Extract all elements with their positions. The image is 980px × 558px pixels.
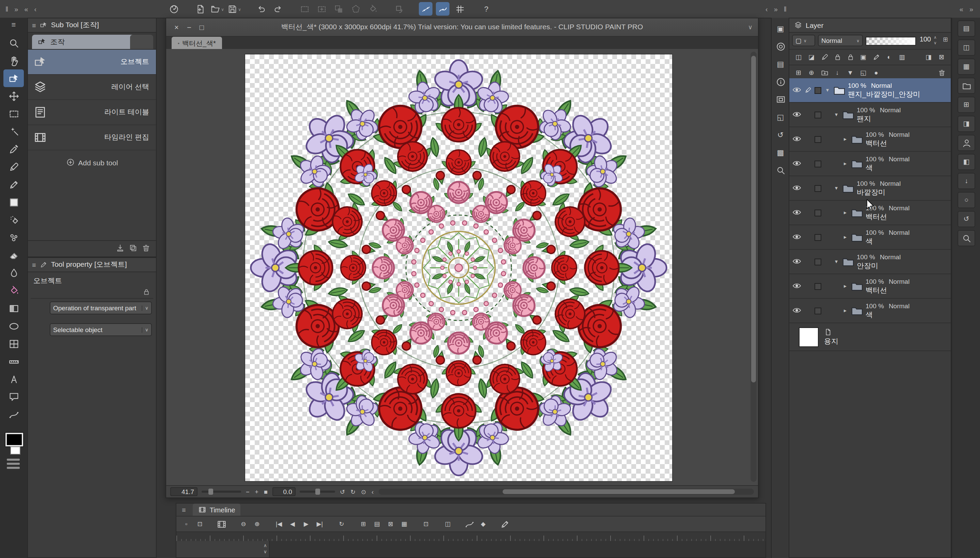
- track-spinner[interactable]: ∧∨: [264, 542, 267, 555]
- add-keyframe-button[interactable]: ◆: [478, 518, 489, 530]
- expand-chevron-icon[interactable]: ▸: [842, 234, 848, 240]
- help-button[interactable]: ?: [479, 2, 493, 16]
- zoom-value-box[interactable]: 41.7: [170, 487, 198, 496]
- panel-toggle-icon[interactable]: ‹: [33, 5, 38, 13]
- layer-row[interactable]: ▸100 %Normal색: [789, 299, 951, 323]
- window-close-button[interactable]: ×: [175, 23, 179, 31]
- expand-chevron-icon[interactable]: ▸: [842, 210, 848, 216]
- pencil-tool[interactable]: [3, 176, 24, 193]
- quick-access-shortcut[interactable]: ▤: [957, 20, 975, 37]
- zoom-out-button[interactable]: −: [245, 488, 250, 495]
- expand-chevron-icon[interactable]: ▾: [833, 259, 840, 265]
- selection-tool[interactable]: [3, 105, 24, 123]
- color-wheel-palette-icon[interactable]: [774, 39, 787, 53]
- sub-tool-item[interactable]: 오브젝트: [28, 50, 156, 75]
- sub-tool-item[interactable]: 라이트 테이블: [28, 100, 156, 125]
- expand-chevron-icon[interactable]: ▸: [842, 308, 848, 314]
- paper-layer-row[interactable]: 용지: [789, 323, 951, 351]
- color-type-buttons[interactable]: [7, 459, 20, 471]
- main-color-swatch[interactable]: [5, 433, 23, 446]
- visibility-eye-icon[interactable]: [792, 109, 803, 120]
- deselect-button[interactable]: [298, 2, 311, 16]
- decoration-tool[interactable]: [3, 229, 24, 246]
- panel-toggle-icon[interactable]: ‖: [4, 5, 10, 13]
- expand-selection-button[interactable]: [349, 2, 362, 16]
- zoom-in-button[interactable]: +: [254, 488, 259, 495]
- rotation-slider[interactable]: [300, 491, 335, 493]
- visibility-eye-icon[interactable]: [792, 134, 803, 144]
- new-layer-folder-button[interactable]: [819, 67, 830, 79]
- layer-row[interactable]: ▾100 %Normal안장미: [789, 250, 951, 274]
- window-maximize-button[interactable]: □: [199, 23, 204, 31]
- snap-to-grid-button[interactable]: [453, 2, 466, 16]
- document-tab[interactable]: ▪ 백터선_색*: [171, 37, 222, 50]
- sub-tool-group-tab[interactable]: 조작: [32, 35, 140, 49]
- rotate-cw-button[interactable]: ↻: [350, 488, 356, 495]
- visibility-eye-icon[interactable]: [792, 85, 803, 95]
- ruler-tool[interactable]: [3, 353, 24, 370]
- close-pane-icon[interactable]: ⊠: [936, 51, 947, 63]
- panel-menu-icon[interactable]: ≡: [32, 261, 36, 268]
- panel-toggle-icon[interactable]: ‖: [782, 5, 788, 13]
- visibility-eye-icon[interactable]: [792, 305, 803, 316]
- navigator-palette-icon[interactable]: [774, 92, 787, 106]
- sub-view-palette-icon[interactable]: ◱: [774, 110, 787, 124]
- sub-color-swatch[interactable]: [10, 446, 20, 455]
- line-correction-tool[interactable]: [3, 405, 24, 423]
- new-vector-layer-button[interactable]: ⊕: [805, 67, 817, 79]
- layer-checkbox[interactable]: [815, 283, 821, 290]
- material-pose-shortcut[interactable]: [957, 135, 975, 151]
- layer-type-combo[interactable]: ▢ ∨: [792, 35, 815, 46]
- sub-tool-item[interactable]: 레이어 선택: [28, 75, 156, 100]
- selectable-object-dropdown[interactable]: Selectable object ∨: [50, 323, 152, 336]
- search-shortcut[interactable]: [957, 230, 975, 246]
- stepper-down-icon[interactable]: ∨: [934, 40, 937, 46]
- enable-keyframe-button[interactable]: [464, 518, 475, 530]
- fit-to-screen-button[interactable]: ■: [263, 488, 268, 495]
- airbrush-tool[interactable]: [3, 211, 24, 229]
- color-set-palette-icon[interactable]: ▤: [774, 57, 787, 71]
- material-palette-icon[interactable]: ▩: [774, 146, 787, 159]
- information-palette-icon[interactable]: [774, 75, 787, 89]
- layer-checkbox[interactable]: [815, 136, 821, 143]
- expand-chevron-icon[interactable]: ▾: [824, 87, 831, 93]
- material-primitive-shortcut[interactable]: ◧: [957, 154, 975, 170]
- frame-border-tool[interactable]: [3, 335, 24, 353]
- panel-menu-icon[interactable]: ≡: [181, 506, 187, 514]
- layer-checkbox[interactable]: [815, 160, 821, 167]
- draw-target-pen-icon[interactable]: [803, 87, 813, 94]
- rotation-value-box[interactable]: 0.0: [272, 487, 296, 496]
- sub-tool-item[interactable]: 타임라인 편집: [28, 125, 156, 150]
- reset-view-button[interactable]: ⊙: [360, 488, 367, 495]
- layer-checkbox[interactable]: [815, 185, 821, 192]
- panel-toggle-icon[interactable]: »: [968, 5, 975, 13]
- divider-icon[interactable]: ▥: [896, 51, 908, 63]
- layer-checkbox[interactable]: [815, 258, 821, 265]
- two-pane-icon[interactable]: ◨: [923, 51, 934, 63]
- redo-button[interactable]: [271, 2, 285, 16]
- undo-button[interactable]: [254, 2, 268, 16]
- fill-selection-button[interactable]: [366, 2, 379, 16]
- search-palette-icon[interactable]: [774, 163, 787, 177]
- material-image-shortcut[interactable]: ⊞: [957, 97, 975, 113]
- draft-layer-icon[interactable]: [870, 51, 882, 63]
- visibility-eye-icon[interactable]: [792, 207, 803, 218]
- blend-mode-combo[interactable]: Normal ∨: [818, 35, 863, 46]
- history-palette-icon[interactable]: ↺: [774, 128, 787, 141]
- zoom-slider[interactable]: [202, 491, 241, 493]
- layer-row[interactable]: ▸100 %Normal색: [789, 225, 951, 250]
- reference-layer-icon[interactable]: [819, 51, 830, 63]
- lock-layer-icon[interactable]: [832, 51, 843, 63]
- lock-icon[interactable]: [142, 288, 150, 296]
- stepper-up-icon[interactable]: ∧: [934, 35, 937, 40]
- play-button[interactable]: ▶: [300, 518, 312, 530]
- panel-menu-icon[interactable]: ≡: [32, 21, 36, 29]
- tool-palette-menu-icon[interactable]: ≡: [0, 18, 27, 29]
- opacity-slider[interactable]: [866, 37, 916, 46]
- snap-to-special-ruler-button[interactable]: [436, 2, 450, 16]
- material-download-shortcut[interactable]: ↓: [957, 173, 975, 189]
- save-document-button[interactable]: ∨: [227, 2, 241, 16]
- new-animation-cel-button[interactable]: ⊞: [357, 518, 369, 530]
- horizontal-scrollbar[interactable]: [378, 489, 754, 495]
- palette-color-icon[interactable]: ◫: [793, 51, 804, 63]
